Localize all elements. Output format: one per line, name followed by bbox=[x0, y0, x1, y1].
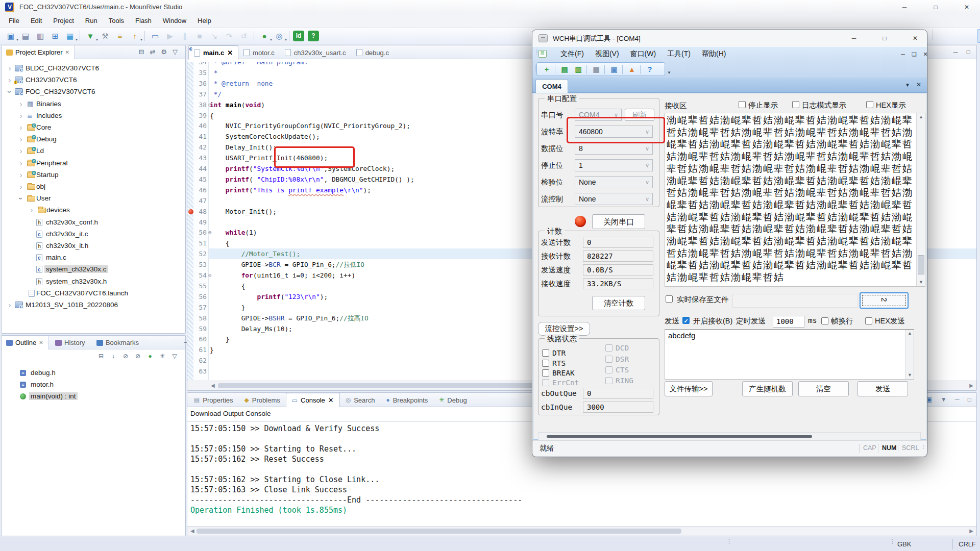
tree-item-ch32v30x_conf.h[interactable]: ch32v30x_conf.h bbox=[2, 217, 185, 229]
maximize-icon[interactable]: □ bbox=[967, 48, 970, 56]
tree-item-obj[interactable]: ›obj bbox=[2, 181, 185, 193]
tab-list-icon[interactable]: ▼ bbox=[905, 82, 910, 88]
download-flash-icon[interactable]: ▼▾ bbox=[84, 30, 97, 42]
counter-field-3[interactable]: 33.2KB/S bbox=[583, 278, 653, 289]
dropdown-icon[interactable]: ▼ bbox=[941, 396, 947, 403]
step-into-icon[interactable]: ↘ bbox=[208, 30, 221, 42]
scroll-right-icon[interactable]: ▶ bbox=[969, 383, 973, 388]
upload-package-icon[interactable]: ↑▾ bbox=[128, 30, 141, 42]
device-monitor-icon[interactable]: ▣ bbox=[607, 63, 621, 76]
clear-button[interactable]: 清空 bbox=[798, 381, 849, 396]
tree-expander-icon[interactable]: › bbox=[6, 89, 14, 95]
menu-edit[interactable]: Edit bbox=[25, 14, 47, 28]
build-icon[interactable]: ⚒ bbox=[99, 30, 112, 42]
scroll-up-icon[interactable]: ▲ bbox=[905, 330, 914, 337]
tree-expander-icon[interactable]: › bbox=[18, 135, 24, 143]
receive-textarea[interactable]: 渤崐辈哲姞渤崐辈哲姞渤崐辈哲姞渤崐辈哲姞渤崐辈哲姞渤崐辈哲姞渤崐辈哲姞渤崐辈哲姞… bbox=[665, 113, 925, 287]
maximize-icon[interactable]: □ bbox=[968, 396, 971, 403]
receive-scrollbar[interactable]: ▲▼ bbox=[916, 113, 925, 286]
tree-item-Includes[interactable]: ›≣Includes bbox=[2, 110, 185, 122]
tab-close-icon[interactable]: ✕ bbox=[916, 81, 921, 88]
minimize-icon[interactable]: ─ bbox=[953, 48, 958, 56]
upload-icon[interactable]: ▲ bbox=[625, 63, 639, 76]
tree-expander-icon[interactable]: › bbox=[18, 100, 24, 108]
help-icon[interactable]: ? bbox=[643, 63, 656, 76]
step-over-icon[interactable]: ↷ bbox=[223, 30, 236, 42]
outline-item-2[interactable]: ≡motor.h bbox=[2, 379, 185, 391]
checkbox-日志模式显示[interactable] bbox=[792, 101, 799, 108]
run-icon[interactable]: ▶ bbox=[163, 30, 177, 42]
refresh-configuration-icon[interactable]: ⊞ bbox=[48, 30, 62, 42]
combo-流控制[interactable]: None∨ bbox=[575, 193, 653, 205]
link-editor-icon[interactable]: ⇄ bbox=[148, 48, 158, 56]
checkbox-停止显示[interactable] bbox=[739, 101, 746, 108]
scroll-left-icon[interactable]: ◀ bbox=[211, 383, 215, 388]
send-button[interactable]: 发送 bbox=[857, 381, 908, 396]
checkbox-enable-receive[interactable]: ✓ bbox=[682, 317, 690, 324]
save-all-icon[interactable]: ▥ bbox=[34, 30, 47, 42]
wch-menu-4[interactable]: 帮助(H) bbox=[696, 47, 731, 61]
tree-item-Startup[interactable]: ›Startup bbox=[2, 169, 185, 181]
mrs-perspective-icon[interactable]: V bbox=[977, 29, 980, 43]
wch-minimize-button[interactable]: ─ bbox=[843, 31, 865, 46]
menu-project[interactable]: Project bbox=[47, 14, 79, 28]
menu-flash[interactable]: Flash bbox=[130, 14, 157, 28]
tree-item-main.c[interactable]: main.c bbox=[2, 252, 185, 264]
console-tab-properties[interactable]: ▤Properties bbox=[188, 393, 239, 407]
checkbox-RTS[interactable] bbox=[542, 360, 549, 367]
combo-检验位[interactable]: None∨ bbox=[575, 176, 653, 188]
scroll-thumb[interactable] bbox=[547, 435, 812, 438]
checkbox-frame-newline[interactable] bbox=[821, 317, 828, 324]
tree-expander-icon[interactable]: › bbox=[29, 206, 35, 214]
search-icon[interactable]: ◎▾ bbox=[273, 30, 286, 42]
menu-help[interactable]: Help bbox=[192, 14, 217, 28]
tree-item-M12013_SV_101B_20220806[interactable]: ›M12013_SV_101B_20220806 bbox=[2, 299, 185, 311]
ide-close-button[interactable]: ✕ bbox=[955, 0, 978, 14]
flow-settings-button[interactable]: 流控设置>> bbox=[538, 322, 590, 336]
scroll-up-icon[interactable]: ▲ bbox=[917, 113, 925, 121]
editor-tab-main.c[interactable]: main.c✕ bbox=[188, 45, 238, 60]
debug-icon[interactable]: ●▾ bbox=[258, 30, 271, 42]
tree-item-system_ch32v30x.h[interactable]: system_ch32v30x.h bbox=[2, 276, 185, 288]
tree-expander-icon[interactable]: › bbox=[18, 147, 24, 155]
tree-item-ch32v30x_it.h[interactable]: ch32v30x_it.h bbox=[2, 240, 185, 252]
view-menu-icon[interactable]: ▽ bbox=[170, 48, 180, 56]
combo-停止位[interactable]: 1∨ bbox=[575, 159, 653, 171]
tree-item-Debug[interactable]: ›Debug bbox=[2, 134, 185, 145]
tree-item-BLDC_CH32V307VCT6[interactable]: ›BLDC_CH32V307VCT6 bbox=[2, 63, 185, 74]
console-tab-breakpoints[interactable]: ●Breakpoints bbox=[380, 393, 433, 407]
tree-item-Peripheral[interactable]: ›Peripheral bbox=[2, 158, 185, 169]
new-port-icon[interactable]: + bbox=[540, 63, 553, 76]
checkbox-hex-send[interactable] bbox=[865, 317, 872, 324]
tree-item-Ld[interactable]: ›Ld bbox=[2, 145, 185, 157]
tree-item-Binaries[interactable]: ›▦Binaries bbox=[2, 98, 185, 110]
combo-数据位[interactable]: 8∨ bbox=[575, 142, 653, 155]
tree-expander-icon[interactable]: › bbox=[18, 159, 24, 167]
save-path-field[interactable] bbox=[732, 294, 857, 308]
step-return-icon[interactable]: ↺ bbox=[237, 30, 251, 42]
checkbox-save-to-file[interactable] bbox=[666, 295, 673, 303]
tree-expander-icon[interactable]: › bbox=[17, 195, 25, 202]
wch-maximize-button[interactable]: □ bbox=[873, 31, 896, 46]
tree-item-FOC_CH32V307VCT6[interactable]: ›FOC_CH32V307VCT6 bbox=[2, 86, 185, 98]
console-hscrollbar[interactable]: ◀ ▶ bbox=[187, 526, 976, 536]
timed-interval-input[interactable]: 1000 bbox=[773, 316, 804, 328]
wch-menu-3[interactable]: 工具(T) bbox=[662, 47, 696, 61]
ide-maximize-button[interactable]: □ bbox=[924, 0, 947, 14]
menu-run[interactable]: Run bbox=[80, 14, 103, 28]
tree-item-devices[interactable]: ›devices bbox=[2, 205, 185, 216]
view-menu-gear-icon[interactable]: ⚙ bbox=[159, 48, 169, 56]
menu-file[interactable]: File bbox=[3, 14, 25, 28]
tree-expander-icon[interactable]: › bbox=[18, 112, 24, 120]
build-grid-icon[interactable]: ▦▾ bbox=[63, 30, 77, 42]
counter-field-1[interactable]: 828227 bbox=[583, 251, 653, 262]
console-tab-console[interactable]: ▭Console✕ bbox=[286, 393, 340, 407]
queue-field-cbInQue[interactable]: 3000 bbox=[583, 402, 653, 413]
menu-window[interactable]: Window bbox=[157, 14, 192, 28]
tab-com4[interactable]: COM4 bbox=[535, 79, 568, 93]
console-tab-search[interactable]: ◎Search bbox=[340, 393, 381, 407]
tree-expander-icon[interactable]: › bbox=[7, 301, 13, 309]
split-horizontal-icon[interactable]: ▤ bbox=[558, 63, 571, 76]
toolbar-overflow-icon[interactable]: ▼ bbox=[667, 70, 671, 75]
wch-menu-1[interactable]: 视图(V) bbox=[590, 47, 625, 61]
